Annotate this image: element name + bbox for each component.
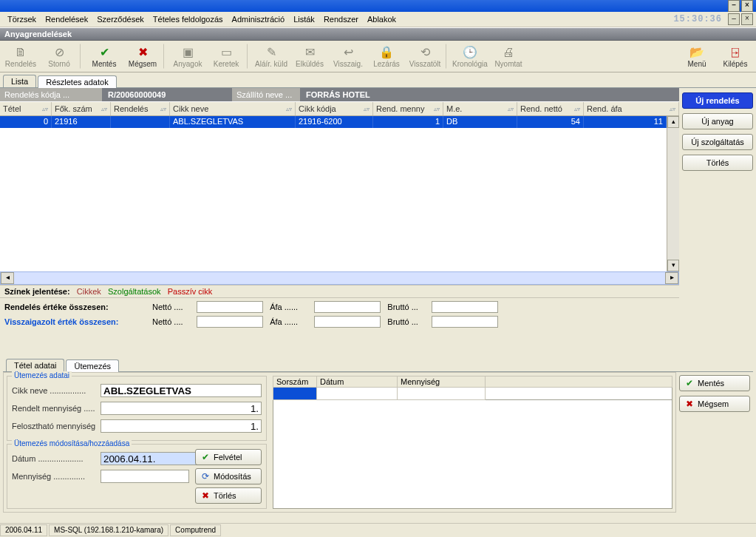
tab-reszletes[interactable]: Részletes adatok — [38, 75, 116, 88]
clock-icon: 🕒 — [463, 45, 477, 60]
inner-minimize-button[interactable]: – — [728, 13, 740, 25]
inner-close-button[interactable]: × — [741, 13, 753, 25]
col-tetel[interactable]: Tétel▵▿ — [0, 102, 52, 115]
sort-icon: ▵▿ — [434, 106, 440, 112]
close-button[interactable]: × — [741, 0, 753, 12]
tb-lezaras[interactable]: 🔒Lezárás — [367, 41, 406, 72]
section-title: Anyagrendelések — [0, 27, 756, 41]
vertical-scrollbar[interactable]: ▴ ▾ — [667, 116, 679, 271]
tb-alair-label: Aláír. küld — [255, 60, 287, 68]
table-row[interactable]: 0 21916 ABL.SZEGLETVAS 21916-6200 1 DB 5… — [0, 116, 667, 128]
conf-brutto-input[interactable] — [432, 316, 498, 328]
menubar: Törzsek Rendelések Szerződések Tételes f… — [0, 12, 756, 27]
tb-visszaig[interactable]: ↩Visszaig. — [329, 41, 367, 72]
tb-alair[interactable]: ✎Aláír. küld — [252, 41, 290, 72]
order-netto-input[interactable] — [197, 301, 263, 313]
modositas-label: Módosítás — [214, 472, 251, 481]
order-brutto-input[interactable] — [432, 301, 498, 313]
menu-torzsek[interactable]: Törzsek — [3, 13, 41, 25]
conf-afa-input[interactable] — [314, 316, 381, 328]
col-rendeles[interactable]: Rendelés▵▿ — [111, 102, 170, 115]
menu-ablakok[interactable]: Ablakok — [363, 13, 401, 25]
menu-listak[interactable]: Listák — [289, 13, 319, 25]
separator — [247, 44, 251, 69]
separator — [446, 44, 449, 69]
tb-elkuldes[interactable]: ✉Elküldés — [290, 41, 329, 72]
tb-menu-label: Menü — [687, 60, 706, 68]
scroll-down-icon[interactable]: ▾ — [667, 260, 679, 271]
tb-kronologia[interactable]: 🕒Kronológia — [451, 41, 489, 72]
tb-kilepes-label: Kilépés — [723, 60, 748, 68]
side-actions: Új rendelés Új anyag Új szolgáltatás Tör… — [679, 88, 756, 354]
feloszt-input[interactable] — [101, 419, 262, 433]
menu-teteles[interactable]: Tételes feldolgozás — [149, 13, 228, 25]
tb-nyomtat-label: Nyomtat — [494, 60, 522, 68]
save-button[interactable]: ✔Mentés — [679, 375, 750, 391]
table-row[interactable] — [273, 388, 672, 400]
cikkneve-input[interactable] — [101, 384, 262, 397]
minimize-button[interactable]: – — [728, 0, 740, 12]
order-afa-input[interactable] — [314, 301, 381, 313]
torles-button[interactable]: ✖Törlés — [195, 487, 262, 504]
col-sorszam[interactable]: Sorszám — [273, 376, 317, 388]
tb-visszatolt[interactable]: ⟲Visszatölt — [406, 41, 444, 72]
new-service-button[interactable]: Új szolgáltatás — [682, 134, 753, 150]
tab-lista[interactable]: Lista — [3, 75, 36, 87]
menu-rendszer[interactable]: Rendszer — [319, 13, 363, 25]
tb-menu[interactable]: 📂Menü — [678, 41, 716, 72]
col-menny[interactable]: Rend. menny▵▿ — [373, 102, 443, 115]
col-foksz[interactable]: Fők. szám▵▿ — [52, 102, 111, 115]
tb-keretek[interactable]: ▭Keretek — [207, 41, 245, 72]
conf-netto-input[interactable] — [197, 316, 263, 328]
menu-szerzodesek[interactable]: Szerződések — [92, 13, 149, 25]
group1-legend: Ütemezés adatai — [12, 371, 72, 379]
toolbar: 🗎Rendelés ⊘Stornó ✔Mentés ✖Mégsem ▣Anyag… — [0, 41, 756, 72]
tb-kronologia-label: Kronológia — [452, 60, 488, 68]
tb-kilepes[interactable]: ⍈Kilépés — [716, 41, 755, 72]
new-material-button[interactable]: Új anyag — [682, 113, 753, 129]
new-order-button[interactable]: Új rendelés — [682, 92, 753, 109]
tb-megsem[interactable]: ✖Mégsem — [123, 41, 162, 72]
col-netto[interactable]: Rend. nettó▵▿ — [517, 102, 584, 115]
close-icon: ✖ — [138, 45, 148, 60]
tab-tetel[interactable]: Tétel adatai — [6, 359, 64, 371]
datum-label: Dátum .................... — [12, 454, 101, 463]
check-icon: ✔ — [100, 45, 109, 60]
mennyiseg-input[interactable] — [101, 470, 189, 483]
tb-nyomtat[interactable]: 🖨Nyomtat — [489, 41, 528, 72]
col-afa[interactable]: Rend. áfa▵▿ — [584, 102, 679, 115]
scroll-left-icon[interactable]: ◂ — [1, 272, 14, 284]
netto-label2: Nettó .... — [152, 317, 197, 326]
col-datum[interactable]: Dátum — [317, 376, 398, 388]
status-vendor: Computrend — [170, 524, 221, 536]
cancel-button[interactable]: ✖Mégsem — [679, 396, 750, 412]
tb-storno[interactable]: ⊘Stornó — [40, 41, 78, 72]
order-code-label: Rendelés kódja ... — [0, 88, 102, 101]
tb-rendeles-label: Rendelés — [5, 60, 36, 68]
menu-admin[interactable]: Adminisztráció — [228, 13, 290, 25]
back-arrow-icon: ↩ — [344, 45, 353, 60]
tb-mentes-label: Mentés — [92, 60, 117, 68]
col-cikkkod[interactable]: Cikk kódja▵▿ — [296, 102, 373, 115]
tb-rendeles[interactable]: 🗎Rendelés — [1, 41, 40, 72]
col-mennyiseg[interactable]: Mennyiség — [398, 376, 486, 388]
sort-icon: ▵▿ — [670, 106, 675, 112]
scroll-right-icon[interactable]: ▸ — [665, 272, 678, 284]
tb-anyagok[interactable]: ▣Anyagok — [168, 41, 207, 72]
horizontal-scrollbar[interactable]: ◂ ▸ — [0, 271, 679, 285]
tb-mentes[interactable]: ✔Mentés — [85, 41, 123, 72]
tab-utemezes[interactable]: Ütemezés — [66, 359, 119, 372]
close-icon: ✖ — [686, 399, 693, 409]
delete-button[interactable]: Törlés — [682, 155, 753, 171]
exit-icon: ⍈ — [732, 45, 739, 60]
modositas-button[interactable]: ⟳Módosítás — [195, 468, 262, 484]
menu-rendelesek[interactable]: Rendelések — [41, 13, 92, 25]
sort-icon: ▵▿ — [508, 106, 514, 112]
scroll-up-icon[interactable]: ▴ — [667, 116, 679, 128]
legend-cikkek: Cikkek — [77, 287, 101, 296]
col-cikknev[interactable]: Cikk neve▵▿ — [170, 102, 296, 115]
col-me[interactable]: M.e.▵▿ — [443, 102, 517, 115]
legend-szolg: Szolgáltatások — [108, 287, 161, 296]
rendelt-input[interactable] — [101, 402, 262, 415]
felvetel-button[interactable]: ✔Felvétel — [195, 449, 262, 465]
